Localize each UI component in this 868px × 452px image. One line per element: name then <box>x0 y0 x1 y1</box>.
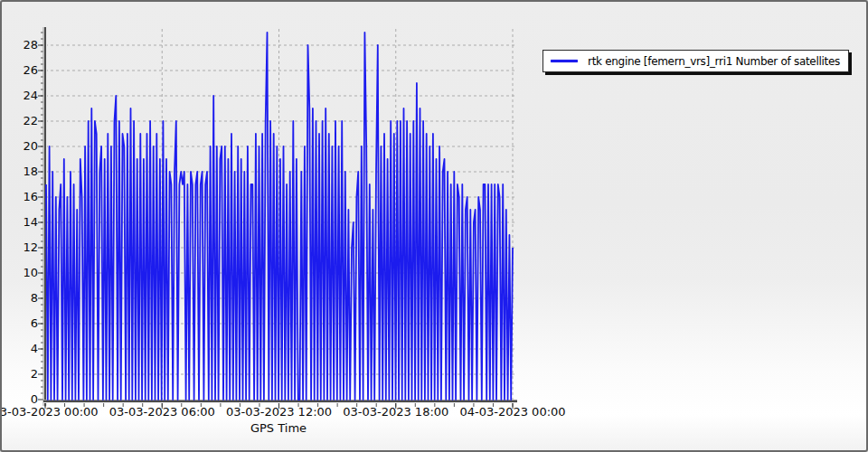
series-line <box>46 33 513 400</box>
y-tick-label: 8 <box>2 291 38 306</box>
y-tick-label: 22 <box>2 114 38 128</box>
y-tick-label: 12 <box>2 240 38 255</box>
y-tick-label: 2 <box>2 367 38 381</box>
x-tick-label: 03-03-2023 00:00 <box>0 405 105 419</box>
y-tick-label: 24 <box>2 89 38 103</box>
y-tick-label: 4 <box>2 342 38 356</box>
chart-window: 0246810121416182022242628 03-03-2023 00:… <box>0 0 868 452</box>
x-tick-label: 03-03-2023 12:00 <box>220 405 339 419</box>
y-tick-label: 26 <box>2 63 38 78</box>
y-tick-label: 6 <box>2 316 38 331</box>
legend-series-label: rtk engine [femern_vrs]_rri1 Number of s… <box>588 55 840 68</box>
y-tick-label: 28 <box>2 38 38 52</box>
y-tick-label: 10 <box>2 266 38 280</box>
legend[interactable]: rtk engine [femern_vrs]_rri1 Number of s… <box>542 50 849 72</box>
y-tick-label: 14 <box>2 215 38 230</box>
y-tick-label: 20 <box>2 139 38 154</box>
x-axis-title: GPS Time <box>43 421 514 435</box>
y-tick-label: 16 <box>2 190 38 204</box>
x-tick-label: 04-03-2023 00:00 <box>453 405 572 419</box>
y-tick-label: 18 <box>2 165 38 179</box>
x-tick-label: 03-03-2023 18:00 <box>336 405 456 419</box>
x-tick-label: 03-03-2023 06:00 <box>102 405 222 419</box>
legend-line-sample <box>551 60 578 62</box>
